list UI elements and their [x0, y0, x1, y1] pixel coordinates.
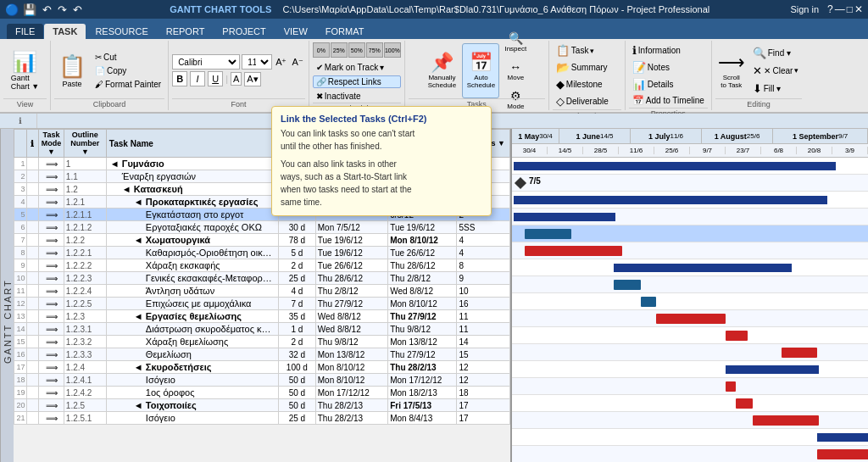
- task-name-cell[interactable]: Διάστρωση σκυροδέματος καθαριότητας: [106, 323, 278, 336]
- manually-schedule-btn[interactable]: 📌 ManuallySchedule: [423, 43, 460, 98]
- minimize-btn[interactable]: —: [835, 3, 845, 15]
- summary-btn[interactable]: 📂 Summary: [553, 59, 621, 75]
- table-row[interactable]: 7 ⟹ 1.2.2 ◄ Χωματουργικά 78 d Tue 19/6/1…: [14, 234, 510, 247]
- row-start[interactable]: Thu 9/8/12: [315, 336, 387, 348]
- row-start[interactable]: Thu 2/8/12: [315, 285, 387, 298]
- table-row[interactable]: 12 ⟹ 1.2.2.5 Επιχώσεις με αμμοχάλικα 7 d…: [14, 298, 510, 310]
- table-row[interactable]: 10 ⟹ 1.2.2.3 Γενικές εκσακαφές-Μεταφορά …: [14, 272, 510, 285]
- sched-100pct[interactable]: 100%: [384, 42, 401, 58]
- row-duration[interactable]: 30 d: [279, 221, 316, 234]
- task-name-cell[interactable]: Έναρξη εργασιών: [106, 170, 278, 183]
- row-start[interactable]: Tue 26/6/12: [315, 259, 387, 272]
- font-name-select[interactable]: Calibri: [172, 54, 240, 70]
- redo-btn[interactable]: ↷: [56, 3, 69, 16]
- row-pred[interactable]: 18: [457, 387, 510, 399]
- deliverable-btn[interactable]: ◇ Deliverable: [553, 93, 621, 109]
- underline-btn[interactable]: U: [208, 71, 223, 86]
- task-name-cell[interactable]: Εγκατάσταση στο εργοτ: [106, 209, 278, 221]
- task-name-cell[interactable]: ◄ Σκυροδετήσεις: [106, 361, 278, 374]
- row-pred[interactable]: 5SS: [457, 221, 510, 234]
- table-row[interactable]: 6 ⟹ 1.2.1.2 Εργοταξιακές παροχές ΟΚΩ 30 …: [14, 221, 510, 234]
- information-btn[interactable]: ℹ Information: [629, 42, 708, 58]
- row-duration[interactable]: 100 d: [279, 361, 316, 374]
- row-finish[interactable]: Tue 19/6/12: [388, 221, 457, 234]
- tab-task[interactable]: TASK: [44, 24, 86, 39]
- row-duration[interactable]: 2 d: [279, 259, 316, 272]
- task-btn[interactable]: 📋 Task ▾: [553, 42, 621, 58]
- row-finish[interactable]: Mon 8/4/13: [388, 412, 457, 425]
- row-start[interactable]: Mon 13/8/12: [315, 348, 387, 361]
- task-name-cell[interactable]: Ισόγειο: [106, 412, 278, 425]
- task-name-cell[interactable]: ◄ Κατασκευή: [106, 183, 278, 196]
- row-duration[interactable]: 25 d: [279, 272, 316, 285]
- close-btn[interactable]: ✕: [854, 3, 863, 15]
- inspect-btn[interactable]: 🔍 Inspect: [501, 29, 530, 55]
- row-start[interactable]: Mon 8/10/12: [315, 374, 387, 387]
- row-finish[interactable]: Thu 27/9/12: [388, 348, 457, 361]
- col-outline[interactable]: OutlineNumber ▼: [64, 130, 106, 158]
- table-row[interactable]: 20 ⟹ 1.2.5 ◄ Τοιχοποιίες 50 d Thu 28/2/1…: [14, 399, 510, 412]
- font-size-select[interactable]: 11: [242, 54, 272, 70]
- table-row[interactable]: 18 ⟹ 1.2.4.1 Ισόγειο 50 d Mon 8/10/12 Mo…: [14, 374, 510, 387]
- help-btn[interactable]: ?: [827, 3, 833, 15]
- sign-in[interactable]: Sign in: [790, 4, 819, 14]
- task-name-cell[interactable]: ◄ Γυμνάσιο: [106, 158, 278, 170]
- task-name-cell[interactable]: Θεμελίωση: [106, 348, 278, 361]
- row-pred[interactable]: 4: [457, 234, 510, 247]
- row-finish[interactable]: Thu 28/2/13: [388, 361, 457, 374]
- row-start[interactable]: Thu 28/2/13: [315, 412, 387, 425]
- task-name-cell[interactable]: Γενικές εκσακαφές-Μεταφορά προϊόντων εκσ…: [106, 272, 278, 285]
- table-row[interactable]: 21 ⟹ 1.2.5.1 Ισόγειο 25 d Thu 28/2/13 Mo…: [14, 412, 510, 425]
- table-row[interactable]: 16 ⟹ 1.2.3.3 Θεμελίωση 32 d Mon 13/8/12 …: [14, 348, 510, 361]
- row-start[interactable]: Tue 19/6/12: [315, 247, 387, 259]
- row-finish[interactable]: Thu 9/8/12: [388, 323, 457, 336]
- gantt-chart-btn[interactable]: 📊 GanttChart ▼: [6, 47, 44, 94]
- row-pred[interactable]: 17: [457, 412, 510, 425]
- col-task-mode[interactable]: TaskMode ▼: [39, 130, 64, 158]
- undo-btn[interactable]: ↶: [41, 3, 53, 16]
- milestone-btn[interactable]: ◆ Milestone: [553, 76, 621, 92]
- auto-schedule-btn[interactable]: 📅 AutoSchedule: [462, 43, 499, 98]
- tab-project[interactable]: PROJECT: [214, 24, 274, 39]
- task-name-cell[interactable]: 1ος όροφος: [106, 387, 278, 399]
- row-pred[interactable]: 17: [457, 399, 510, 412]
- task-name-cell[interactable]: ◄ Χωματουργικά: [106, 234, 278, 247]
- row-finish[interactable]: Mon 18/2/13: [388, 387, 457, 399]
- respect-links-btn[interactable]: 🔗 Respect Links: [313, 75, 401, 88]
- fill-btn[interactable]: ⬇ Fill ▾: [749, 81, 803, 97]
- task-name-cell[interactable]: Καθαρισμός-Οριοθέτηση οικοπέδου: [106, 247, 278, 259]
- row-start[interactable]: Thu 28/2/13: [315, 399, 387, 412]
- increase-font-btn[interactable]: A⁺: [274, 56, 288, 69]
- sched-75pct[interactable]: 75%: [366, 42, 383, 58]
- row-start[interactable]: Wed 8/8/12: [315, 323, 387, 336]
- table-row[interactable]: 14 ⟹ 1.2.3.1 Διάστρωση σκυροδέματος καθα…: [14, 323, 510, 336]
- font-color-btn[interactable]: A▾: [244, 72, 260, 86]
- row-finish[interactable]: Thu 2/8/12: [388, 272, 457, 285]
- row-finish[interactable]: Wed 8/8/12: [388, 285, 457, 298]
- row-duration[interactable]: 25 d: [279, 412, 316, 425]
- maximize-btn[interactable]: □: [847, 3, 853, 15]
- save-btn[interactable]: 💾: [21, 3, 38, 16]
- row-pred[interactable]: 9: [457, 272, 510, 285]
- row-duration[interactable]: 4 d: [279, 285, 316, 298]
- row-finish[interactable]: Mon 8/10/12: [388, 234, 457, 247]
- tab-file[interactable]: FILE: [7, 24, 43, 39]
- task-name-cell[interactable]: Ισόγειο: [106, 374, 278, 387]
- notes-btn[interactable]: 📝 Notes: [629, 59, 708, 75]
- table-row[interactable]: 13 ⟹ 1.2.3 ◄ Εργασίες θεμελίωσης 35 d We…: [14, 310, 510, 323]
- row-start[interactable]: Mon 7/5/12: [315, 221, 387, 234]
- row-duration[interactable]: 78 d: [279, 234, 316, 247]
- row-duration[interactable]: 1 d: [279, 323, 316, 336]
- sched-25pct[interactable]: 25%: [331, 42, 348, 58]
- italic-btn[interactable]: I: [190, 71, 205, 86]
- col-task-name[interactable]: Task Name: [106, 130, 278, 158]
- decrease-font-btn[interactable]: A⁻: [290, 56, 304, 69]
- bold-btn[interactable]: B: [172, 71, 187, 86]
- copy-btn[interactable]: 📄 Copy: [92, 64, 164, 77]
- paste-btn[interactable]: 📋 Paste: [54, 42, 90, 98]
- task-name-cell[interactable]: Επιχώσεις με αμμοχάλικα: [106, 298, 278, 310]
- find-btn[interactable]: 🔍 Find ▾: [749, 45, 803, 61]
- tab-report[interactable]: REPORT: [158, 24, 214, 39]
- row-pred[interactable]: 12: [457, 374, 510, 387]
- task-name-cell[interactable]: Εργοταξιακές παροχές ΟΚΩ: [106, 221, 278, 234]
